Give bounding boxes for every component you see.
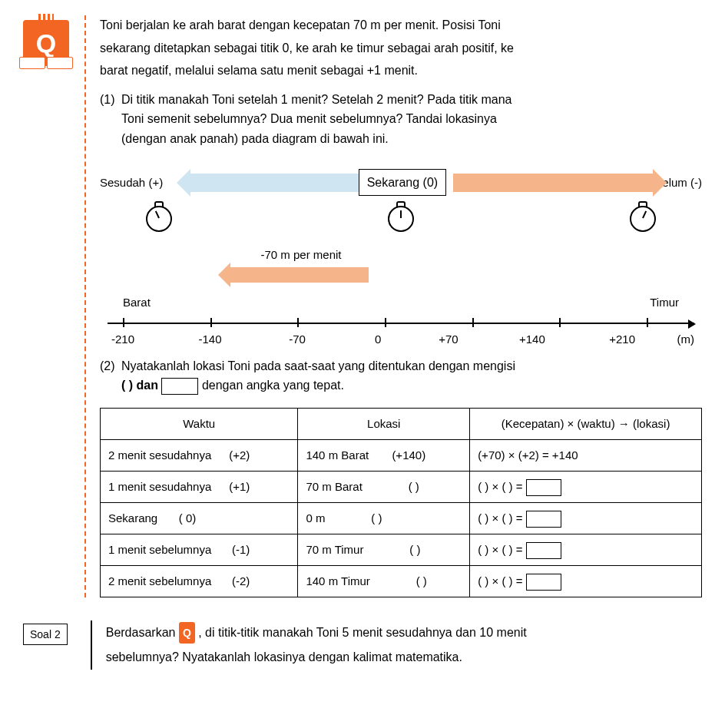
th-location: Lokasi bbox=[298, 408, 470, 439]
cell-equation: (+70) × (+2) = +140 bbox=[470, 439, 702, 471]
tick-label: -70 bbox=[289, 330, 306, 349]
tick-label: -210 bbox=[111, 330, 134, 349]
cell-time: 2 menit sebelumnya(-2) bbox=[101, 565, 298, 597]
arrow-right-icon bbox=[453, 174, 653, 192]
cell-time: Sekarang( 0) bbox=[101, 502, 298, 534]
speed-label: -70 m per menit bbox=[100, 246, 502, 264]
label-barat: Barat bbox=[123, 293, 151, 312]
intro-text: Toni berjalan ke arah barat dengan kecep… bbox=[100, 15, 702, 81]
q1-line: Toni semenit sebelumnya? Dua menit sebel… bbox=[121, 109, 702, 129]
stopwatch-icon bbox=[388, 206, 414, 232]
cell-time: 1 menit sebelumnya(-1) bbox=[101, 534, 298, 565]
answer-box bbox=[526, 479, 561, 496]
q2-line: ( ) dan dengan angka yang tepat. bbox=[121, 376, 702, 395]
cell-time: 1 menit sesudahnya(+1) bbox=[101, 471, 298, 502]
q-badge-small-icon: Q bbox=[179, 622, 195, 644]
th-time: Waktu bbox=[101, 408, 298, 439]
label-sesudah: Sesudah (+) bbox=[100, 174, 163, 192]
cell-equation: ( ) × ( ) = bbox=[470, 471, 702, 502]
table-row: 1 menit sesudahnya(+1)70 m Barat( )( ) ×… bbox=[101, 471, 702, 502]
question-2: (2) Nyatakanlah lokasi Toni pada saat-sa… bbox=[100, 356, 702, 395]
label-sekarang-box: Sekarang (0) bbox=[359, 169, 447, 197]
tick-label: +70 bbox=[439, 330, 458, 349]
table-row: 2 menit sebelumnya(-2)140 m Timur( )( ) … bbox=[101, 565, 702, 597]
cell-location: 0 m( ) bbox=[298, 502, 470, 534]
q1-line: Di titik manakah Toni setelah 1 menit? S… bbox=[121, 90, 702, 110]
intro-line: sekarang ditetapkan sebagai titik 0, ke … bbox=[100, 38, 702, 58]
cell-time: 2 menit sesudahnya(+2) bbox=[101, 439, 298, 471]
tick-label: +210 bbox=[609, 330, 635, 349]
arrow-speed-icon bbox=[230, 267, 369, 283]
cell-equation: ( ) × ( ) = bbox=[470, 534, 702, 565]
answer-box bbox=[526, 511, 561, 528]
answer-box bbox=[526, 574, 561, 591]
table-row: 2 menit sesudahnya(+2)140 m Barat(+140)(… bbox=[101, 439, 702, 471]
cell-location: 70 m Barat( ) bbox=[298, 471, 470, 502]
answer-box bbox=[526, 542, 561, 559]
main-content: Toni berjalan ke arah barat dengan kecep… bbox=[84, 15, 702, 597]
stopwatch-icon bbox=[146, 206, 172, 232]
soal-2-text: Berdasarkan Q , di titik-titik manakah T… bbox=[91, 620, 702, 670]
cell-location: 70 m Timur( ) bbox=[298, 534, 470, 565]
tick-label: +140 bbox=[519, 330, 545, 349]
label-timur: Timur bbox=[650, 293, 679, 312]
question-1: (1) Di titik manakah Toni setelah 1 meni… bbox=[100, 90, 702, 149]
q1-line: (dengan anak panah) pada diagram di bawa… bbox=[121, 129, 702, 149]
soal-2-row: Soal 2 Berdasarkan Q , di titik-titik ma… bbox=[23, 620, 702, 670]
cell-equation: ( ) × ( ) = bbox=[470, 565, 702, 597]
position-table: Waktu Lokasi (Kecepatan) × (waktu) → (lo… bbox=[100, 408, 702, 597]
question-badge-icon: Q bbox=[23, 15, 77, 66]
soal-label-box: Soal 2 bbox=[23, 624, 68, 645]
th-equation: (Kecepatan) × (waktu) → (lokasi) bbox=[470, 408, 702, 439]
cell-location: 140 m Barat(+140) bbox=[298, 439, 470, 471]
unit-label: (m) bbox=[677, 330, 695, 349]
number-line: -210 -140 -70 0 +70 +140 +210 (m) bbox=[108, 316, 694, 347]
question-number: (2) bbox=[100, 356, 121, 395]
tick-label: 0 bbox=[375, 330, 381, 349]
table-row: 1 menit sebelumnya(-1)70 m Timur( )( ) ×… bbox=[101, 534, 702, 565]
stopwatch-icon bbox=[630, 206, 656, 232]
cell-equation: ( ) × ( ) = bbox=[470, 502, 702, 534]
arrow-left-icon bbox=[190, 174, 367, 192]
cell-location: 140 m Timur( ) bbox=[298, 565, 470, 597]
table-row: Sekarang( 0)0 m( )( ) × ( ) = bbox=[101, 502, 702, 534]
intro-line: Toni berjalan ke arah barat dengan kecep… bbox=[100, 15, 702, 35]
blank-box bbox=[161, 378, 198, 395]
tick-label: -140 bbox=[198, 330, 221, 349]
q2-line: Nyatakanlah lokasi Toni pada saat-saat y… bbox=[121, 356, 702, 376]
time-diagram: Sesudah (+) Sekarang (0) Sebelum (-) -70… bbox=[100, 167, 702, 347]
intro-line: barat negatif, melalui selama satu menit… bbox=[100, 61, 702, 81]
question-number: (1) bbox=[100, 90, 121, 149]
